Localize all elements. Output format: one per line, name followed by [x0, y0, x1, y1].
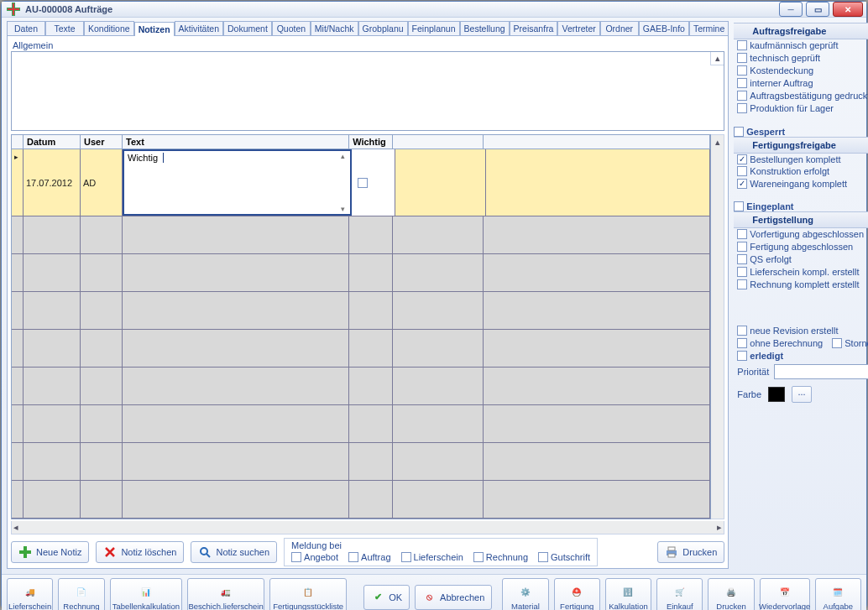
neue-notiz-button[interactable]: Neue Notiz	[11, 541, 89, 563]
chk-neue-revision[interactable]: neue Revision erstellt	[734, 325, 841, 336]
chk-ohne-berechnung[interactable]: ohne Berechnung	[734, 337, 826, 349]
chk-qs-erfolgt[interactable]: QS erfolgt	[734, 253, 795, 265]
chk-lieferschein-erstellt[interactable]: Lieferschein kompl. erstellt	[734, 266, 862, 278]
tab-texte[interactable]: Texte	[45, 21, 84, 35]
drucken-label: Drucken	[682, 547, 717, 557]
chk-gesperrt[interactable]: Gesperrt	[734, 127, 868, 137]
allgemein-input-box[interactable]: ▴	[11, 51, 724, 131]
prioritaet-input[interactable]	[774, 364, 868, 379]
cell-datum[interactable]: 17.07.2012	[24, 149, 81, 216]
btn-aufgabe[interactable]: 🗓️Aufgabe	[815, 578, 861, 611]
meldung-auftrag[interactable]: Auftrag	[348, 552, 390, 562]
btn-material[interactable]: ⚙️Material	[502, 578, 548, 611]
chk-storno[interactable]: Storno	[829, 337, 868, 349]
grid-vscroll[interactable]: ▴	[711, 134, 724, 519]
tab-notizen[interactable]: Notizen	[134, 22, 175, 36]
tab-feinplanun[interactable]: Feinplanun	[408, 21, 460, 35]
tab-bestellung[interactable]: Bestellung	[460, 21, 510, 35]
btn-kalkulation[interactable]: 🔢Kalkulation	[605, 578, 651, 611]
bottom-bar: 🚚Lieferschein 📄Rechnung 📊Tabellenkalkula…	[2, 574, 866, 610]
col-text[interactable]: Text	[123, 135, 349, 149]
cell-text-scroll[interactable]: ▴▾	[337, 152, 349, 213]
col-marker	[12, 135, 24, 149]
scroll-up-icon[interactable]: ▴	[710, 52, 724, 65]
cell-wichtig-checkbox[interactable]	[358, 178, 368, 188]
truck2-icon: 🚛	[217, 584, 234, 601]
table-row[interactable]: 17.07.2012 AD Wichtig ▴▾	[12, 149, 710, 216]
farbe-label: Farbe	[737, 389, 761, 399]
farbe-swatch	[768, 387, 785, 402]
delete-icon	[103, 545, 117, 559]
btn-beschich-lieferschein[interactable]: 🚛Beschich.lieferschein	[187, 578, 264, 611]
head-fertigstellung: Fertigstellung	[734, 211, 868, 228]
ok-button[interactable]: ✔OK	[363, 585, 410, 610]
col-user[interactable]: User	[81, 135, 123, 149]
chk-fertigung-abgeschl[interactable]: Fertigung abgeschlossen	[734, 241, 856, 253]
maximize-button[interactable]: ▭	[806, 2, 829, 17]
tab-mitnachk[interactable]: Mit/Nachk	[311, 21, 358, 35]
notiz-suchen-button[interactable]: Notiz suchen	[191, 541, 277, 563]
abbrechen-button[interactable]: ⦸Abbrechen	[415, 585, 492, 610]
btn-rechnung[interactable]: 📄Rechnung	[58, 578, 104, 611]
col-wichtig[interactable]: Wichtig	[349, 135, 393, 149]
btn-fertigungsstueckliste[interactable]: 📋Fertigungsstückliste	[269, 578, 347, 611]
farbe-row: Farbe ...	[734, 381, 868, 408]
tab-aktivitaeten[interactable]: Aktivitäten	[175, 21, 223, 35]
grid-hscroll[interactable]: ◂▸	[11, 521, 724, 534]
calendar-icon: 📅	[776, 584, 793, 601]
tab-ordner[interactable]: Ordner	[600, 21, 639, 35]
tab-dokument[interactable]: Dokument	[223, 21, 272, 35]
helmet-icon: ⛑️	[568, 584, 585, 601]
cell-wichtig[interactable]	[352, 149, 395, 216]
drucken-button[interactable]: Drucken	[657, 541, 724, 563]
meldung-gutschrift[interactable]: Gutschrift	[538, 552, 590, 562]
tab-termine[interactable]: Termine	[689, 21, 729, 35]
prioritaet-row: Priorität	[734, 362, 868, 381]
col-blank1	[393, 135, 484, 149]
tab-preisanfra[interactable]: Preisanfra	[510, 21, 558, 35]
meldung-bei-box: Meldung bei Angebot Auftrag Lieferschein…	[284, 538, 598, 566]
chk-wareneingang-komplett[interactable]: Wareneingang komplett	[734, 178, 850, 190]
tab-daten[interactable]: Daten	[7, 21, 45, 35]
cell-text-editor[interactable]: Wichtig ▴▾	[123, 149, 352, 216]
allgemein-input[interactable]	[12, 52, 724, 130]
btn-fertigung[interactable]: ⛑️Fertigung	[554, 578, 600, 611]
chk-ab-gedruckt[interactable]: Auftragsbestätigung gedruckt	[734, 90, 868, 102]
cart-icon: 🛒	[672, 584, 688, 601]
col-datum[interactable]: Datum	[24, 135, 81, 149]
chk-erledigt[interactable]: erledigt	[734, 350, 787, 362]
notes-toolbar: Neue Notiz Notiz löschen Notiz suchen Me…	[11, 538, 724, 566]
chk-eingeplant[interactable]: Eingeplant	[734, 201, 868, 211]
notiz-loeschen-button[interactable]: Notiz löschen	[96, 541, 184, 563]
chk-konstruktion-erfolgt[interactable]: Konstruktion erfolgt	[734, 165, 833, 177]
btn-wiedervorlage[interactable]: 📅Wiedervorlage	[760, 578, 810, 611]
cell-user[interactable]: AD	[81, 149, 123, 216]
truck-icon: 🚚	[22, 584, 39, 601]
chk-prod-lager[interactable]: Produktion für Lager	[734, 102, 837, 114]
close-button[interactable]: ✕	[833, 2, 863, 17]
chk-interner-auftrag[interactable]: interner Auftrag	[734, 77, 816, 89]
chk-rechnung-erstellt[interactable]: Rechnung komplett erstellt	[734, 279, 862, 290]
btn-lieferschein[interactable]: 🚚Lieferschein	[7, 578, 53, 611]
chk-bestellungen-komplett[interactable]: Bestellungen komplett	[734, 154, 844, 165]
farbe-picker-button[interactable]: ...	[792, 386, 812, 403]
meldung-angebot[interactable]: Angebot	[291, 552, 338, 562]
tab-quoten[interactable]: Quoten	[272, 21, 311, 35]
cell-text-value: Wichtig	[128, 153, 158, 163]
chk-kaufm-geprueft[interactable]: kaufmännisch geprüft	[734, 39, 841, 51]
tab-konditione[interactable]: Konditione	[84, 21, 134, 35]
chk-vorfertigung[interactable]: Vorfertigung abgeschlossen	[734, 228, 867, 240]
search-icon	[198, 545, 212, 559]
tab-grobplanu[interactable]: Grobplanu	[358, 21, 408, 35]
btn-tabellenkalkulation[interactable]: 📊Tabellenkalkulation	[110, 578, 183, 611]
meldung-lieferschein[interactable]: Lieferschein	[401, 552, 463, 562]
btn-drucken-bottom[interactable]: 🖨️Drucken	[708, 578, 754, 611]
btn-einkauf[interactable]: 🛒Einkauf	[656, 578, 703, 611]
calc-icon: 🔢	[620, 584, 636, 601]
tab-gaeb-info[interactable]: GAEB-Info	[639, 21, 689, 35]
tab-vertreter[interactable]: Vertreter	[557, 21, 599, 35]
minimize-button[interactable]: ─	[779, 2, 803, 17]
chk-tech-geprueft[interactable]: technisch geprüft	[734, 52, 824, 64]
meldung-rechnung[interactable]: Rechnung	[473, 552, 528, 562]
chk-kostendeckung[interactable]: Kostendeckung	[734, 65, 817, 76]
